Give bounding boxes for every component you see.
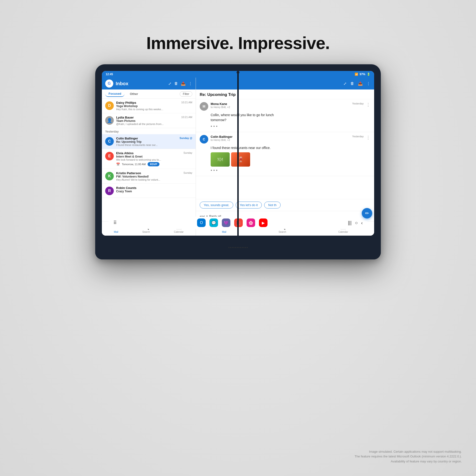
email-subject: Re: Upcoming Trip (116, 140, 192, 143)
email-item[interactable]: E Elvia Atkins Sunday Intern Meet & Gree… (102, 149, 196, 169)
email-item[interactable]: R Robin Counts Crazy Town (102, 184, 196, 198)
more-icon[interactable]: ⋮ (188, 81, 192, 86)
disclaimer-line3: Availability of feature may vary by coun… (355, 459, 462, 464)
avatar: K (105, 172, 114, 180)
left-panel: G Inbox ⤢ 🗑 📥 ⋮ Focused Other (102, 78, 196, 236)
nav-label-calendar-right: Calendar (339, 231, 348, 233)
nav-label-search: Search (142, 231, 150, 233)
message-avatar: C (200, 135, 208, 143)
disclaimer-line1: Image simulated. Certain applications ma… (355, 449, 462, 454)
message-sender-name: Mona Kane (211, 102, 350, 106)
image-thumbnails: 🍽 🍷 (211, 152, 370, 167)
quick-replies: Yes, sounds great. Yes let's do it Not t… (196, 199, 374, 211)
email-sender: Lydia Bauer (116, 116, 134, 119)
avatar: E (105, 152, 114, 160)
message-body: Collin, where would you like to go for l… (211, 113, 370, 122)
filter-button[interactable]: Filter (180, 91, 192, 97)
email-preview: Hey Alumni! We're looking for volunt... (116, 178, 192, 181)
restaurant-image-2: 🍷 (231, 152, 250, 167)
speaker (228, 247, 248, 248)
restaurant-image-1: 🍽 (211, 152, 230, 167)
recent-apps-icon[interactable]: ||| (348, 220, 352, 226)
time-display: 12:45 (106, 73, 113, 76)
email-sender: Robin Counts (116, 186, 136, 190)
date-divider: Yesterday (102, 128, 196, 134)
sys-nav-left: ⠿ (113, 220, 117, 226)
message-header: C Colin Ballinger to Henry Brill, +2 Yes… (200, 135, 370, 143)
disclaimer-line2: The feature requires the latest Microsof… (355, 454, 462, 459)
email-sender: Elvia Atkins (116, 151, 134, 155)
hinge (237, 71, 239, 236)
home-icon[interactable]: ○ (355, 220, 358, 226)
message-to: to Henry Brill, +2 (211, 106, 350, 108)
detail-header-icons: ⤢ 🗑 📥 ⋮ (343, 81, 370, 86)
message-time: Yesterday (352, 102, 364, 105)
camera-notch (237, 71, 239, 74)
rsvp-time: Tomorrow, 11:00 AM (122, 163, 146, 166)
phone-bottom (95, 236, 381, 259)
dock-outlook[interactable]: O (197, 219, 206, 227)
message-options[interactable]: ⋮ (366, 135, 370, 140)
delete-icon[interactable]: 🗑 (174, 81, 178, 86)
email-subject: FW: Volunteers Needed! (116, 175, 192, 178)
expand-dots[interactable]: • • • (211, 168, 370, 173)
expand-detail-icon[interactable]: ⤢ (343, 81, 346, 86)
phone-shell: 12:45 📶 97% 🔋 G Inbox (95, 64, 381, 259)
quick-reply-2[interactable]: Yes let's do it (236, 202, 262, 208)
rsvp-button[interactable]: RSVP (148, 162, 159, 166)
dock-youtube[interactable]: ▶ (259, 219, 268, 227)
archive-detail-icon[interactable]: 📥 (358, 81, 363, 86)
email-preview: @Katri, I uploaded all the pictures from… (116, 122, 192, 125)
email-content: Daisy Phillips 10:21 AM Yoga Workshop He… (116, 101, 192, 111)
battery-icon: 🔋 (367, 73, 370, 76)
email-sender: Kristin Patterson (116, 171, 141, 175)
tab-focused[interactable]: Focused (105, 91, 124, 97)
email-item[interactable]: D Daisy Phillips 10:21 AM Yoga Workshop … (102, 99, 196, 113)
archive-icon[interactable]: 📥 (181, 81, 186, 86)
tabs-row: Focused Other Filter (102, 89, 196, 99)
inbox-title: Inbox (116, 81, 166, 86)
email-time: Sunday (184, 151, 192, 154)
nav-label-mail-right: Mail (222, 231, 226, 233)
detail-header: ⤢ 🗑 📥 ⋮ (196, 78, 374, 89)
email-sender: Colin Ballinger (116, 136, 138, 140)
email-content: Kristin Patterson Sunday FW: Volunteers … (116, 171, 192, 181)
detail-subject: Re: Upcoming Trip (196, 89, 374, 99)
dock-flower[interactable]: 🌸 (247, 219, 255, 227)
email-preview: We look forward to welcoming you to... (116, 158, 192, 161)
message-sender-name: Colin Ballinger (211, 135, 350, 138)
tab-other[interactable]: Other (126, 91, 141, 97)
email-content: Robin Counts Crazy Town (116, 186, 192, 195)
email-item[interactable]: C Colin Ballinger Sunday @ Re: Upcoming … (102, 134, 196, 149)
email-item[interactable]: 👤 Lydia Bauer 10:21 AM Team Pictures @Ka… (102, 113, 196, 128)
nav-label-calendar: Calendar (174, 231, 184, 233)
email-time: 10:21 AM (181, 116, 192, 119)
grid-icon[interactable]: ⠿ (113, 220, 117, 226)
email-item[interactable]: K Kristin Patterson Sunday FW: Volunteer… (102, 169, 196, 184)
dock-chat[interactable]: 💬 (209, 219, 218, 227)
more-detail-icon[interactable]: ⋮ (367, 81, 370, 86)
message-options[interactable]: ⋮ (366, 102, 370, 107)
expand-dots[interactable]: • • • (211, 124, 370, 129)
email-time: Sunday @ (179, 136, 192, 139)
phone-device: 12:45 📶 97% 🔋 G Inbox (95, 64, 381, 274)
expand-icon[interactable]: ⤢ (168, 81, 171, 86)
status-right: 📶 97% 🔋 (355, 73, 370, 76)
email-subject: Yoga Workshop (116, 104, 192, 108)
message-card: C Colin Ballinger to Henry Brill, +2 Yes… (196, 132, 374, 176)
back-icon[interactable]: ‹ (361, 220, 363, 226)
quick-reply-1[interactable]: Yes, sounds great. (200, 202, 233, 208)
message-time: Yesterday (352, 135, 364, 138)
compose-fab[interactable]: ✏ (362, 208, 372, 219)
delete-detail-icon[interactable]: 🗑 (350, 81, 354, 86)
avatar: R (105, 187, 114, 195)
email-subject: Team Pictures (116, 119, 192, 122)
quick-reply-3[interactable]: Not th (264, 202, 281, 208)
email-time: 10:21 AM (181, 101, 192, 104)
email-content: Colin Ballinger Sunday @ Re: Upcoming Tr… (116, 136, 192, 146)
avatar: 👤 (105, 116, 114, 125)
battery-display: 97% (360, 73, 365, 76)
dock-teams[interactable]: 💜 (222, 219, 230, 227)
email-subject: Intern Meet & Greet (116, 155, 192, 158)
google-avatar[interactable]: G (105, 80, 113, 87)
